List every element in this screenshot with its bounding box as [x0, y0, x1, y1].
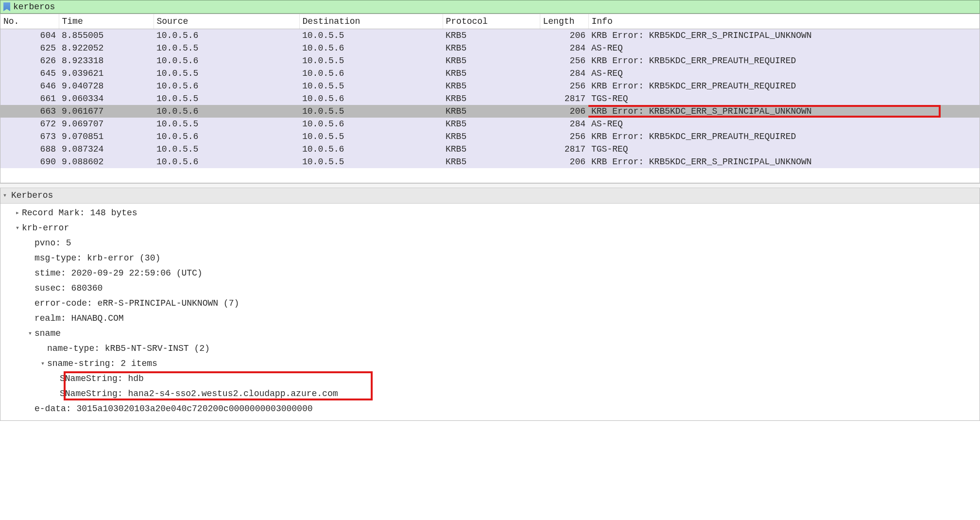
- pvno-label: pvno: 5: [34, 237, 71, 250]
- table-row[interactable]: 6268.92331810.0.5.610.0.5.5KRB5256KRB Er…: [0, 54, 980, 67]
- col-length[interactable]: Length: [540, 14, 588, 29]
- cell: KRB Error: KRB5KDC_ERR_S_PRINCIPAL_UNKNO…: [588, 156, 980, 168]
- cell: KRB Error: KRB5KDC_ERR_PREAUTH_REQUIRED: [588, 80, 980, 92]
- highlight-annotation: [588, 105, 941, 118]
- cell: 646: [0, 80, 59, 92]
- cell: 672: [0, 118, 59, 130]
- display-filter-input[interactable]: kerberos: [13, 2, 977, 12]
- col-no[interactable]: No.: [0, 14, 59, 29]
- cell: 10.0.5.5: [154, 42, 299, 54]
- cell: 10.0.5.5: [154, 67, 299, 80]
- cell: 10.0.5.5: [299, 80, 443, 92]
- cell: 626: [0, 54, 59, 67]
- cell: 661: [0, 92, 59, 105]
- sname-string-0[interactable]: SNameString: hdb: [0, 371, 980, 386]
- cell: KRB5: [443, 92, 540, 105]
- chevron-down-icon[interactable]: [26, 329, 34, 339]
- table-row[interactable]: 6909.08860210.0.5.610.0.5.5KRB5206KRB Er…: [0, 156, 980, 168]
- cell: 8.922052: [59, 42, 154, 54]
- cell: KRB Error: KRB5KDC_ERR_S_PRINCIPAL_UNKNO…: [588, 105, 980, 118]
- cell: AS-REQ: [588, 67, 980, 80]
- chevron-down-icon[interactable]: [0, 191, 9, 201]
- stime[interactable]: stime: 2020-09-29 22:59:06 (UTC): [0, 266, 980, 281]
- packet-header-row[interactable]: No. Time Source Destination Protocol Len…: [0, 14, 980, 29]
- cell: 8.855005: [59, 29, 154, 42]
- cell: 9.060334: [59, 92, 154, 105]
- cell: 10.0.5.5: [299, 54, 443, 67]
- error-code[interactable]: error-code: eRR-S-PRINCIPAL-UNKNOWN (7): [0, 296, 980, 311]
- cell: 206: [540, 105, 588, 118]
- e-data-label: e-data: 3015a103020103a20e040c720200c000…: [34, 402, 313, 416]
- krb-error-node[interactable]: krb-error: [0, 221, 980, 236]
- display-filter-bar[interactable]: kerberos: [0, 0, 980, 14]
- cell: AS-REQ: [588, 42, 980, 54]
- table-row[interactable]: 6889.08732410.0.5.510.0.5.6KRB52817TGS-R…: [0, 143, 980, 156]
- cell: 645: [0, 67, 59, 80]
- cell: 10.0.5.6: [299, 92, 443, 105]
- e-data[interactable]: e-data: 3015a103020103a20e040c720200c000…: [0, 401, 980, 416]
- error-code-label: error-code: eRR-S-PRINCIPAL-UNKNOWN (7): [34, 297, 239, 310]
- table-row[interactable]: 6048.85500510.0.5.610.0.5.5KRB5206KRB Er…: [0, 29, 980, 42]
- sname-label: sname: [34, 327, 61, 340]
- packet-detail-pane[interactable]: Kerberos Record Mark: 148 bytes krb-erro…: [0, 188, 980, 421]
- packet-list-pane[interactable]: No. Time Source Destination Protocol Len…: [0, 14, 980, 183]
- cell: KRB5: [443, 80, 540, 92]
- table-row[interactable]: 6619.06033410.0.5.510.0.5.6KRB52817TGS-R…: [0, 92, 980, 105]
- col-destination[interactable]: Destination: [299, 14, 443, 29]
- record-mark-label: Record Mark: 148 bytes: [22, 207, 138, 220]
- cell: KRB Error: KRB5KDC_ERR_PREAUTH_REQUIRED: [588, 130, 980, 143]
- cell: 256: [540, 54, 588, 67]
- cell: 625: [0, 42, 59, 54]
- cell: 690: [0, 156, 59, 168]
- table-row[interactable]: 6469.04072810.0.5.610.0.5.5KRB5256KRB Er…: [0, 80, 980, 92]
- cell: 9.061677: [59, 105, 154, 118]
- cell: 10.0.5.5: [299, 156, 443, 168]
- cell: KRB5: [443, 156, 540, 168]
- sname-string-node[interactable]: sname-string: 2 items: [0, 356, 980, 371]
- cell: 663: [0, 105, 59, 118]
- susec[interactable]: susec: 680360: [0, 281, 980, 296]
- cell: 206: [540, 29, 588, 42]
- cell: 9.070851: [59, 130, 154, 143]
- bookmark-icon: [3, 2, 10, 11]
- name-type[interactable]: name-type: kRB5-NT-SRV-INST (2): [0, 341, 980, 356]
- cell: 10.0.5.6: [154, 130, 299, 143]
- table-row[interactable]: 6739.07085110.0.5.610.0.5.5KRB5256KRB Er…: [0, 130, 980, 143]
- realm-label: realm: HANABQ.COM: [34, 312, 124, 325]
- detail-root[interactable]: Kerberos: [0, 188, 980, 204]
- msg-type[interactable]: msg-type: krb-error (30): [0, 251, 980, 266]
- cell: 10.0.5.6: [154, 54, 299, 67]
- sname-node[interactable]: sname: [0, 326, 980, 341]
- col-time[interactable]: Time: [59, 14, 154, 29]
- chevron-down-icon[interactable]: [13, 223, 22, 233]
- cell: 284: [540, 118, 588, 130]
- realm[interactable]: realm: HANABQ.COM: [0, 311, 980, 326]
- cell: AS-REQ: [588, 118, 980, 130]
- cell: 10.0.5.6: [154, 29, 299, 42]
- sname-string-1[interactable]: SNameString: hana2-s4-sso2.westus2.cloud…: [0, 386, 980, 401]
- chevron-right-icon[interactable]: [13, 208, 22, 218]
- record-mark[interactable]: Record Mark: 148 bytes: [0, 206, 980, 221]
- cell: TGS-REQ: [588, 92, 980, 105]
- table-row[interactable]: 6459.03962110.0.5.510.0.5.6KRB5284AS-REQ: [0, 67, 980, 80]
- col-protocol[interactable]: Protocol: [443, 14, 540, 29]
- chevron-down-icon[interactable]: [38, 359, 47, 369]
- cell: 10.0.5.6: [299, 67, 443, 80]
- krb-error-label: krb-error: [22, 222, 69, 235]
- pvno[interactable]: pvno: 5: [0, 236, 980, 251]
- col-info[interactable]: Info: [588, 14, 980, 29]
- cell: 10.0.5.5: [299, 29, 443, 42]
- packet-table[interactable]: No. Time Source Destination Protocol Len…: [0, 14, 980, 168]
- table-row[interactable]: 6729.06970710.0.5.510.0.5.6KRB5284AS-REQ: [0, 118, 980, 130]
- cell: 9.069707: [59, 118, 154, 130]
- cell: 673: [0, 130, 59, 143]
- table-row[interactable]: 6639.06167710.0.5.610.0.5.5KRB5206KRB Er…: [0, 105, 980, 118]
- cell: 8.923318: [59, 54, 154, 67]
- cell: 10.0.5.5: [299, 130, 443, 143]
- pane-splitter[interactable]: [0, 183, 980, 188]
- cell: 10.0.5.5: [154, 118, 299, 130]
- cell: TGS-REQ: [588, 143, 980, 156]
- col-source[interactable]: Source: [154, 14, 299, 29]
- table-row[interactable]: 6258.92205210.0.5.510.0.5.6KRB5284AS-REQ: [0, 42, 980, 54]
- susec-label: susec: 680360: [34, 282, 103, 295]
